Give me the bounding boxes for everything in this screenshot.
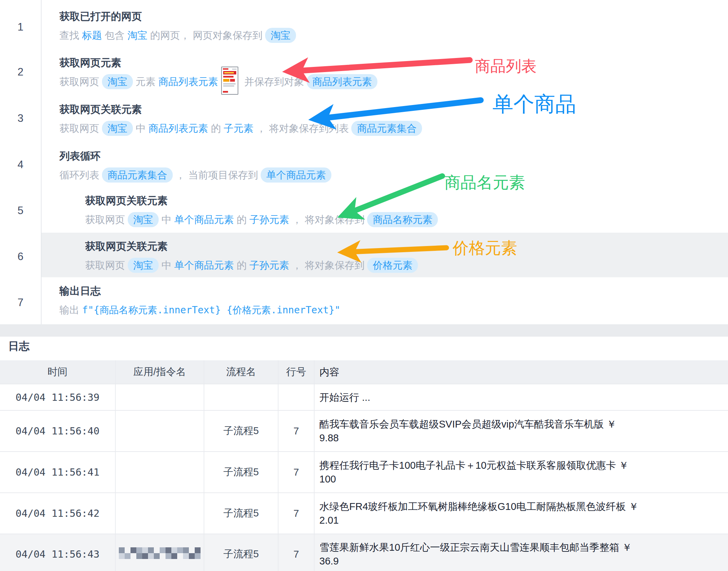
- log-cell-content: 开始运行 ...: [315, 384, 728, 410]
- description-text: 的: [208, 123, 224, 134]
- step-number: 3: [0, 112, 41, 125]
- step-title: 输出日志: [59, 285, 340, 297]
- step-number: 2: [0, 66, 41, 78]
- green-arrow-label: 商品名元素: [444, 172, 525, 194]
- description-text: 中: [133, 123, 148, 134]
- log-cell-line: 7: [278, 411, 315, 451]
- log-cell-app: [116, 493, 204, 534]
- log-cell-time: 04/04 11:56:42: [0, 493, 116, 534]
- variable-pill[interactable]: 商品元素集合: [102, 167, 173, 183]
- log-cell-app: [116, 411, 204, 451]
- step-description: 输出 f"{商品名称元素.innerText} {价格元素.innerText}…: [59, 302, 340, 318]
- log-header-line: 行号: [278, 360, 315, 384]
- step-description: 查找 标题 包含 淘宝 的网页， 网页对象保存到 淘宝: [59, 27, 296, 43]
- variable-pill[interactable]: 淘宝: [265, 28, 296, 43]
- variable-pill[interactable]: 淘宝: [128, 258, 159, 273]
- log-header-flow: 流程名: [204, 360, 278, 384]
- variable-pill[interactable]: 单个商品元素: [261, 167, 331, 183]
- log-cell-content: 水绿色FR4玻纤板加工环氧树脂棒绝缘板G10电工耐隔热板黑色波纤板 ￥ 2.01: [315, 493, 728, 534]
- description-text: 获取网页: [59, 76, 102, 87]
- description-text: 输出: [59, 304, 82, 315]
- description-text: 的: [234, 260, 249, 271]
- log-table: 时间应用/指令名流程名行号内容04/04 11:56:39开始运行 ...04/…: [0, 360, 728, 571]
- step-number: 5: [0, 205, 41, 217]
- log-header-app: 应用/指令名: [116, 360, 204, 384]
- description-text: 并保存到对象: [241, 76, 307, 87]
- param-link[interactable]: 单个商品元素: [174, 260, 234, 271]
- panel-divider[interactable]: [0, 324, 728, 337]
- log-cell-app: [116, 534, 204, 571]
- orange-arrow-label: 价格元素: [453, 237, 517, 259]
- log-row[interactable]: 04/04 11:56:42子流程57水绿色FR4玻纤板加工环氧树脂棒绝缘板G1…: [0, 492, 728, 534]
- variable-pill[interactable]: 价格元素: [367, 258, 418, 273]
- log-cell-app: [116, 384, 204, 410]
- description-text: 循环列表: [59, 170, 102, 180]
- step-row-1[interactable]: 获取已打开的网页查找 标题 包含 淘宝 的网页， 网页对象保存到 淘宝: [59, 10, 296, 43]
- log-cell-time: 04/04 11:56:43: [0, 534, 116, 571]
- param-link[interactable]: 商品列表元素: [148, 123, 208, 134]
- variable-pill[interactable]: 商品元素集合: [351, 121, 422, 136]
- redacted-app-name: [119, 547, 201, 561]
- log-row[interactable]: 04/04 11:56:40子流程57酷我车载音乐会员车载超级SVIP会员超级v…: [0, 410, 728, 451]
- description-text: 中: [159, 214, 174, 225]
- log-cell-line: 7: [278, 534, 315, 571]
- log-row[interactable]: 04/04 11:56:41子流程57携程任我行电子卡100电子礼品卡＋10元权…: [0, 451, 728, 492]
- step-description: 获取网页 淘宝 元素 商品列表元素 并保存到对象 商品列表元素: [59, 74, 377, 90]
- log-row[interactable]: 04/04 11:56:39开始运行 ...: [0, 384, 728, 410]
- param-link[interactable]: 单个商品元素: [174, 214, 234, 225]
- log-cell-app: [116, 452, 204, 492]
- description-text: ， 将对象保存到: [289, 260, 367, 271]
- step-row-3[interactable]: 获取网页关联元素获取网页 淘宝 中 商品列表元素 的 子元素 ， 将对象保存到列…: [59, 103, 422, 136]
- step-description: 获取网页 淘宝 中 商品列表元素 的 子元素 ， 将对象保存到列表 商品元素集合: [59, 120, 422, 136]
- description-text: 的: [234, 214, 249, 225]
- step-row-7[interactable]: 输出日志输出 f"{商品名称元素.innerText} {价格元素.innerT…: [59, 285, 340, 318]
- param-link[interactable]: 商品列表元素: [158, 76, 218, 87]
- step-number: 7: [0, 296, 41, 309]
- step-row-4[interactable]: 列表循环循环列表 商品元素集合 ， 当前项目保存到 单个商品元素: [59, 150, 331, 183]
- param-link[interactable]: 子孙元素: [249, 260, 289, 271]
- rpa-editor-page: 1获取已打开的网页查找 标题 包含 淘宝 的网页， 网页对象保存到 淘宝2获取网…: [0, 0, 728, 571]
- variable-pill[interactable]: 商品名称元素: [367, 212, 438, 227]
- step-number-divider: [41, 0, 42, 324]
- step-title: 获取网页元素: [59, 57, 377, 69]
- step-title: 列表循环: [59, 150, 331, 162]
- step-number: 1: [0, 21, 41, 33]
- step-title: 获取网页关联元素: [59, 103, 422, 116]
- step-title: 获取已打开的网页: [59, 10, 296, 23]
- log-cell-content: 酷我车载音乐会员车载超级SVIP会员超级vip汽车酷我音乐车机版 ￥ 9.88: [315, 411, 728, 451]
- param-link[interactable]: 子孙元素: [249, 214, 289, 225]
- step-title: 获取网页关联元素: [85, 240, 418, 253]
- log-header-time: 时间: [0, 360, 116, 384]
- log-cell-line: 7: [278, 493, 315, 534]
- log-panel-title: 日志: [8, 339, 30, 353]
- step-row-6[interactable]: 获取网页关联元素获取网页 淘宝 中 单个商品元素 的 子孙元素 ， 将对象保存到…: [85, 240, 418, 273]
- variable-pill[interactable]: 淘宝: [102, 74, 133, 89]
- param-link[interactable]: 标题: [82, 30, 102, 41]
- log-cell-time: 04/04 11:56:39: [0, 384, 116, 410]
- element-thumbnail-image[interactable]: [221, 67, 238, 95]
- description-text: ， 将对象保存到: [289, 214, 367, 225]
- log-cell-time: 04/04 11:56:40: [0, 411, 116, 451]
- step-number: 6: [0, 250, 41, 263]
- param-link[interactable]: 子元素: [224, 123, 253, 134]
- description-text: 元素: [133, 76, 158, 87]
- description-text: 获取网页: [59, 123, 102, 134]
- step-row-2[interactable]: 获取网页元素获取网页 淘宝 元素 商品列表元素 并保存到对象 商品列表元素: [59, 57, 377, 90]
- log-row[interactable]: 04/04 11:56:43子流程57雪莲果新鲜水果10斤红心一级正宗云南天山雪…: [0, 534, 728, 571]
- step-description: 获取网页 淘宝 中 单个商品元素 的 子孙元素 ， 将对象保存到 商品名称元素: [85, 212, 438, 228]
- log-cell-flow: 子流程5: [204, 452, 278, 492]
- description-text: ， 将对象保存到列表: [253, 123, 351, 134]
- param-link[interactable]: 淘宝: [127, 30, 147, 41]
- variable-pill[interactable]: 商品列表元素: [307, 74, 377, 89]
- log-cell-flow: 子流程5: [204, 534, 278, 571]
- workflow-panel: 1获取已打开的网页查找 标题 包含 淘宝 的网页， 网页对象保存到 淘宝2获取网…: [0, 0, 728, 324]
- log-header-row: 时间应用/指令名流程名行号内容: [0, 360, 728, 384]
- variable-pill[interactable]: 淘宝: [102, 121, 133, 136]
- step-row-5[interactable]: 获取网页关联元素获取网页 淘宝 中 单个商品元素 的 子孙元素 ， 将对象保存到…: [85, 195, 438, 228]
- log-cell-flow: 子流程5: [204, 411, 278, 451]
- blue-arrow-label: 单个商品: [492, 90, 576, 118]
- log-header-content: 内容: [315, 360, 728, 384]
- description-text: 获取网页: [85, 260, 128, 271]
- red-arrow-label: 商品列表: [475, 56, 537, 77]
- variable-pill[interactable]: 淘宝: [128, 212, 159, 227]
